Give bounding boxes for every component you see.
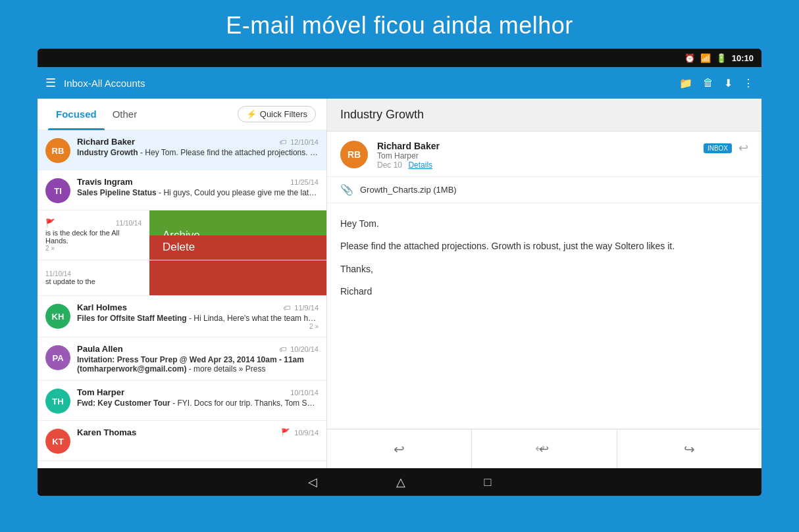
email-body: Paula Allen 🏷 10/20/14 Invitation: Press… [77,344,319,374]
nav-back-button[interactable]: ◁ [308,475,317,489]
email-meta: 🏷 11/9/14 [283,304,319,312]
toolbar-right: 📁 🗑 ⬇ ⋮ [679,77,754,89]
reply-button-top[interactable]: ↩ [738,141,748,155]
flag-icon: 🚩 [281,428,290,437]
list-item[interactable]: KH Karl Holmes 🏷 11/9/14 Files for Offs [38,296,326,337]
email-body: Tom Harper 10/10/14 Fwd: Key Customer To… [77,387,319,408]
lightning-icon: ⚡ [246,109,257,119]
email-body: Travis Ingram 11/25/14 Sales Pipeline St… [77,177,319,197]
email-date: 11/10/14 [45,270,95,278]
body-line-1: Hey Tom. [340,216,748,231]
hamburger-icon[interactable]: ☰ [45,76,56,90]
device-frame: ⏰ 📶 🔋 10:10 ☰ Inbox-All Accounts 📁 🗑 ⬇ ⋮ [38,49,761,496]
email-sender: Travis Ingram [77,177,133,187]
android-nav-bar: ◁ △ □ [38,468,761,496]
list-item[interactable]: RB Richard Baker 🏷 12/10/14 Industry Gr [38,130,326,170]
battery-icon: 🔋 [716,53,727,63]
email-date: 12/10/14 [290,138,319,146]
download-icon[interactable]: ⬇ [724,77,733,89]
body-line-4: Richard [340,284,748,299]
body-line-3: Thanks, [340,262,748,276]
alarm-icon: ⏰ [684,53,695,63]
email-sender: Paula Allen [77,344,123,354]
list-item[interactable]: PA Paula Allen 🏷 10/20/14 Invitation: P [38,337,326,381]
email-body: Karl Holmes 🏷 11/9/14 Files for Offsite … [77,302,319,330]
email-subject: Invitation: Press Tour Prep @ Wed Apr 23… [77,355,319,374]
detail-sender-info: Richard Baker Tom Harper Dec 10 Details [377,141,694,170]
detail-subject: Industry Growth [340,108,424,121]
email-sender: Karen Thomas [77,427,136,437]
body-line-2: Please find the attached projections. Gr… [340,239,748,253]
list-item-swipe[interactable]: Archive Delete 🚩 11/10/14 [38,210,326,260]
detail-actions: INBOX ↩ [704,141,748,155]
detail-sender-name: Richard Baker [377,141,694,151]
email-sender: Richard Baker [77,137,135,147]
list-item[interactable]: 11/10/14 st update to the [38,260,326,296]
delete-label: Delete [163,241,195,254]
status-time: 10:10 [732,53,754,63]
avatar: KH [45,304,70,329]
email-date: 11/9/14 [294,304,319,312]
wifi-icon: 📶 [700,53,711,63]
status-bar: ⏰ 📶 🔋 10:10 [38,49,761,67]
nav-home-button[interactable]: △ [396,475,405,489]
detail-avatar: RB [340,141,368,168]
avatar: TH [45,389,70,414]
swipe-partial: 🚩 11/10/14 is is the deck for the All Ha… [38,210,149,260]
right-panel: Industry Growth RB Richard Baker Tom Har… [327,99,761,468]
email-body: Karen Thomas 🚩 10/9/14 [77,427,319,439]
headline: E-mail móvel ficou ainda melhor [226,0,573,49]
quick-filters-button[interactable]: ⚡ Quick Filters [238,106,316,122]
email-subject: Sales Pipeline Status - Hi guys, Could y… [77,188,319,197]
toolbar-title: Inbox-All Accounts [64,78,145,89]
email-subject: Industry Growth - Hey Tom. Please find t… [77,148,319,157]
list-item[interactable]: TH Tom Harper 10/10/14 Fwd: Key Customer… [38,381,326,421]
tabs-bar: Focused Other ⚡ Quick Filters [38,99,326,130]
attachment-row: 📎 Growth_Charts.zip (1MB) [327,177,761,203]
list-item[interactable]: KT Karen Thomas 🚩 10/9/14 [38,421,326,461]
nav-recents-button[interactable]: □ [484,475,492,489]
attachment-tag-icon: 🏷 [279,345,286,353]
avatar: TI [45,178,70,203]
left-panel: Focused Other ⚡ Quick Filters RB [38,99,327,468]
email-partial-text: st update to the [45,278,95,285]
email-date: 11/25/14 [290,178,319,186]
email-header: Richard Baker 🏷 12/10/14 [77,137,319,147]
reply-bar: ↩ ↩ ↩ ↪ [327,429,761,468]
email-count: 2 » [45,245,142,252]
forward-button[interactable]: ↪ [617,429,761,468]
email-header: Karl Holmes 🏷 11/9/14 [77,302,319,312]
email-subject: Files for Offsite Staff Meeting - Hi Lin… [77,314,319,323]
list-item[interactable]: TI Travis Ingram 11/25/14 Sales Pipeline… [38,170,326,210]
attachment-name: Growth_Charts.zip (1MB) [360,185,457,195]
email-header: Karen Thomas 🚩 10/9/14 [77,427,319,437]
email-body: Richard Baker 🏷 12/10/14 Industry Growth… [77,137,319,157]
reply-button[interactable]: ↩ [327,429,472,468]
delete-action[interactable]: Delete [149,235,326,260]
tab-focused[interactable]: Focused [48,99,105,130]
main-content: Focused Other ⚡ Quick Filters RB [38,99,761,468]
email-meta: 11/25/14 [290,178,319,186]
email-detail-header: Industry Growth [327,99,761,132]
details-link[interactable]: Details [408,160,432,170]
more-icon[interactable]: ⋮ [743,77,754,89]
reply-all-button[interactable]: ↩ ↩ [472,429,617,468]
detail-to: Tom Harper [377,151,694,160]
email-sender: Karl Holmes [77,302,127,312]
folder-icon[interactable]: 📁 [679,77,692,89]
avatar: RB [45,138,70,163]
trash-icon[interactable]: 🗑 [703,77,713,89]
email-sender: Tom Harper [77,387,124,397]
delete-bg [149,260,326,295]
email-header: Travis Ingram 11/25/14 [77,177,319,187]
email-meta: 🏷 12/10/14 [279,138,319,146]
flag-icon: 🚩 [45,218,55,228]
email-list: RB Richard Baker 🏷 12/10/14 Industry Gr [38,130,326,468]
email-body-content: Hey Tom. Please find the attached projec… [327,203,761,429]
toolbar-left: ☰ Inbox-All Accounts [45,76,145,90]
detail-date: Dec 10 Details [377,160,694,170]
tab-other[interactable]: Other [105,99,145,130]
email-date: 10/20/14 [290,345,319,353]
app-container: ☰ Inbox-All Accounts 📁 🗑 ⬇ ⋮ Focused [38,67,761,496]
email-header: Tom Harper 10/10/14 [77,387,319,397]
